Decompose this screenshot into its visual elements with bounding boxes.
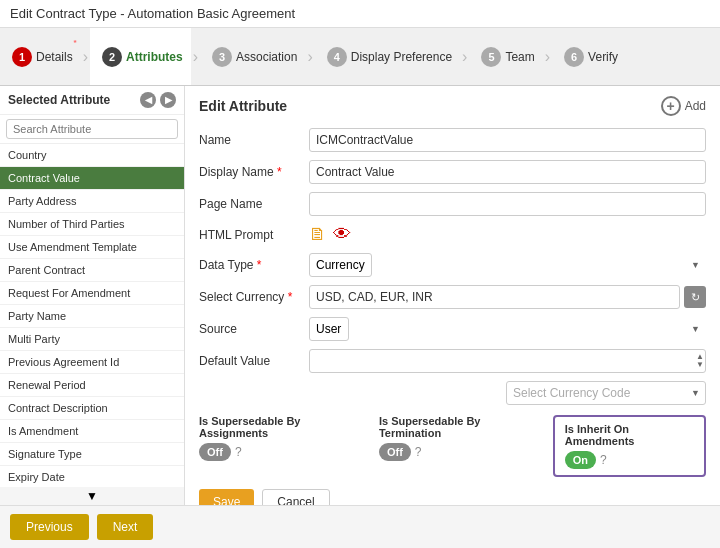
step-4-number: 4	[327, 47, 347, 67]
step-6[interactable]: 6 Verify	[552, 28, 626, 85]
toggle-inherit-amendments-help[interactable]: ?	[600, 453, 607, 467]
select-currency-row: Select Currency * ↻	[199, 285, 706, 309]
step-5[interactable]: 5 Team	[469, 28, 542, 85]
list-item[interactable]: Renewal Period	[0, 374, 184, 397]
default-value-label: Default Value	[199, 354, 309, 368]
add-circle-icon: +	[661, 96, 681, 116]
step-4[interactable]: 4 Display Preference	[315, 28, 460, 85]
add-button[interactable]: + Add	[661, 96, 706, 116]
step-3-number: 3	[212, 47, 232, 67]
list-item[interactable]: Contract Description	[0, 397, 184, 420]
list-item[interactable]: Use Amendment Template	[0, 236, 184, 259]
sep-4: ›	[460, 48, 469, 66]
step-2-number: 2	[102, 47, 122, 67]
eye-icon[interactable]: 👁	[333, 224, 351, 245]
step-5-label: Team	[505, 50, 534, 64]
edit-panel-title: Edit Attribute	[199, 98, 287, 114]
select-currency-input[interactable]	[309, 285, 680, 309]
sidebar-header: Selected Attribute ◀ ▶	[0, 86, 184, 115]
sep-2: ›	[191, 48, 200, 66]
search-box	[0, 115, 184, 144]
step-2-label: Attributes	[126, 50, 183, 64]
currency-code-select-wrapper: Select Currency Code	[506, 381, 706, 405]
name-input[interactable]	[309, 128, 706, 152]
default-value-wrapper: ▲ ▼	[309, 349, 706, 373]
sidebar-header-label: Selected Attribute	[8, 93, 110, 107]
edit-panel: Edit Attribute + Add Name Display Name *	[185, 86, 720, 505]
select-currency-label: Select Currency *	[199, 290, 309, 304]
source-select[interactable]: User	[309, 317, 349, 341]
step-4-label: Display Preference	[351, 50, 452, 64]
scroll-down-arrow[interactable]: ▼	[0, 487, 184, 505]
attribute-list: CountryContract ValueParty AddressNumber…	[0, 144, 184, 487]
source-label: Source	[199, 322, 309, 336]
sep-1: ›	[81, 48, 90, 66]
toggles-row: Is Supersedable By Assignments Off ? Is …	[199, 415, 706, 477]
currency-code-select[interactable]: Select Currency Code	[506, 381, 706, 405]
list-item[interactable]: Previous Agreement Id	[0, 351, 184, 374]
list-item[interactable]: Party Name	[0, 305, 184, 328]
data-type-select-wrapper: Currency	[309, 253, 706, 277]
action-buttons: Save Cancel	[199, 489, 706, 505]
default-value-input[interactable]	[309, 349, 706, 373]
list-item[interactable]: Request For Amendment	[0, 282, 184, 305]
data-type-label: Data Type *	[199, 258, 309, 272]
updown-buttons: ▲ ▼	[696, 349, 704, 373]
step-2[interactable]: 2 Attributes	[90, 28, 191, 85]
sidebar: Selected Attribute ◀ ▶ CountryContract V…	[0, 86, 185, 505]
add-button-label: Add	[685, 99, 706, 113]
next-button[interactable]: Next	[97, 514, 154, 540]
step-6-number: 6	[564, 47, 584, 67]
toggle-inherit-amendments-wrapper: On ?	[565, 451, 607, 469]
save-button[interactable]: Save	[199, 489, 254, 505]
sidebar-icon-right[interactable]: ▶	[160, 92, 176, 108]
list-item[interactable]: Expiry Date	[0, 466, 184, 487]
toggle-supersedable-assignments: Is Supersedable By Assignments Off ?	[199, 415, 363, 477]
bottom-nav: Previous Next	[0, 505, 720, 548]
list-item[interactable]: Country	[0, 144, 184, 167]
step-1[interactable]: 1* Details	[0, 28, 81, 85]
name-row: Name	[199, 128, 706, 152]
page-title: Edit Contract Type - Automation Basic Ag…	[0, 0, 720, 28]
page-name-row: Page Name	[199, 192, 706, 216]
toggle-supersedable-assignments-wrapper: Off ?	[199, 443, 242, 461]
previous-button[interactable]: Previous	[10, 514, 89, 540]
toggle-supersedable-termination-wrapper: Off ?	[379, 443, 422, 461]
toggle-supersedable-assignments-help[interactable]: ?	[235, 445, 242, 459]
toggle-inherit-amendments-label: Is Inherit On Amendments	[565, 423, 694, 447]
html-prompt-label: HTML Prompt	[199, 228, 309, 242]
sidebar-icon-left[interactable]: ◀	[140, 92, 156, 108]
step-5-number: 5	[481, 47, 501, 67]
display-name-label: Display Name *	[199, 165, 309, 179]
sidebar-header-icons: ◀ ▶	[140, 92, 176, 108]
currency-code-row: Select Currency Code	[199, 381, 706, 405]
wizard-steps: 1* Details › 2 Attributes › 3 Associatio…	[0, 28, 720, 86]
toggle-supersedable-assignments-switch[interactable]: Off	[199, 443, 231, 461]
list-item[interactable]: Is Amendment	[0, 420, 184, 443]
search-input[interactable]	[6, 119, 178, 139]
toggle-supersedable-termination-help[interactable]: ?	[415, 445, 422, 459]
list-item[interactable]: Parent Contract	[0, 259, 184, 282]
display-name-input[interactable]	[309, 160, 706, 184]
select-currency-wrapper: ↻	[309, 285, 706, 309]
toggle-supersedable-termination-switch[interactable]: Off	[379, 443, 411, 461]
currency-refresh-button[interactable]: ↻	[684, 286, 706, 308]
list-item[interactable]: Signature Type	[0, 443, 184, 466]
list-item[interactable]: Multi Party	[0, 328, 184, 351]
list-item[interactable]: Number of Third Parties	[0, 213, 184, 236]
default-value-row: Default Value ▲ ▼	[199, 349, 706, 373]
down-button[interactable]: ▼	[696, 361, 704, 369]
list-item[interactable]: Contract Value	[0, 167, 184, 190]
cancel-button[interactable]: Cancel	[262, 489, 329, 505]
html-prompt-row: HTML Prompt 🗎 👁	[199, 224, 706, 245]
page-name-input[interactable]	[309, 192, 706, 216]
step-3[interactable]: 3 Association	[200, 28, 305, 85]
step-1-label: Details	[36, 50, 73, 64]
data-type-select[interactable]: Currency	[309, 253, 372, 277]
toggle-inherit-amendments-switch[interactable]: On	[565, 451, 596, 469]
sep-3: ›	[305, 48, 314, 66]
doc-icon[interactable]: 🗎	[309, 224, 327, 245]
list-item[interactable]: Party Address	[0, 190, 184, 213]
html-prompt-icons: 🗎 👁	[309, 224, 351, 245]
sep-5: ›	[543, 48, 552, 66]
